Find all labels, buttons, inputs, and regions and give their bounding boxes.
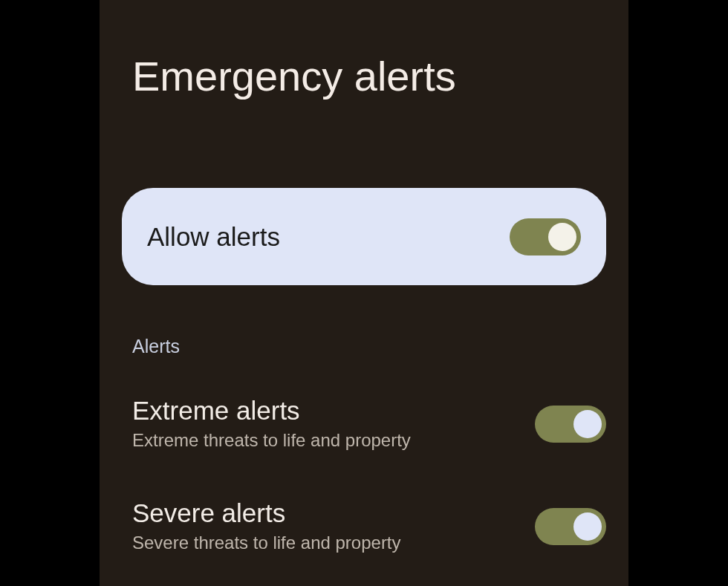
toggle-knob-icon — [548, 223, 576, 251]
allow-alerts-row[interactable]: Allow alerts — [122, 188, 606, 285]
severe-alerts-title: Severe alerts — [132, 499, 401, 528]
severe-alerts-subtitle: Severe threats to life and property — [132, 533, 401, 554]
extreme-alerts-toggle[interactable] — [535, 406, 606, 443]
severe-alerts-toggle[interactable] — [535, 508, 606, 545]
settings-screen: Emergency alerts Allow alerts Alerts Ext… — [100, 0, 628, 586]
severe-alerts-row[interactable]: Severe alerts Severe threats to life and… — [132, 499, 606, 553]
allow-alerts-toggle[interactable] — [510, 218, 581, 255]
extreme-alerts-row[interactable]: Extreme alerts Extreme threats to life a… — [132, 397, 606, 451]
extreme-alerts-text: Extreme alerts Extreme threats to life a… — [132, 397, 411, 451]
severe-alerts-text: Severe alerts Severe threats to life and… — [132, 499, 401, 553]
toggle-knob-icon — [573, 512, 602, 541]
toggle-knob-icon — [573, 410, 602, 438]
extreme-alerts-subtitle: Extreme threats to life and property — [132, 430, 411, 452]
alerts-section-header: Alerts — [132, 336, 180, 357]
allow-alerts-label: Allow alerts — [147, 222, 280, 252]
page-title: Emergency alerts — [132, 52, 456, 100]
extreme-alerts-title: Extreme alerts — [132, 397, 411, 426]
